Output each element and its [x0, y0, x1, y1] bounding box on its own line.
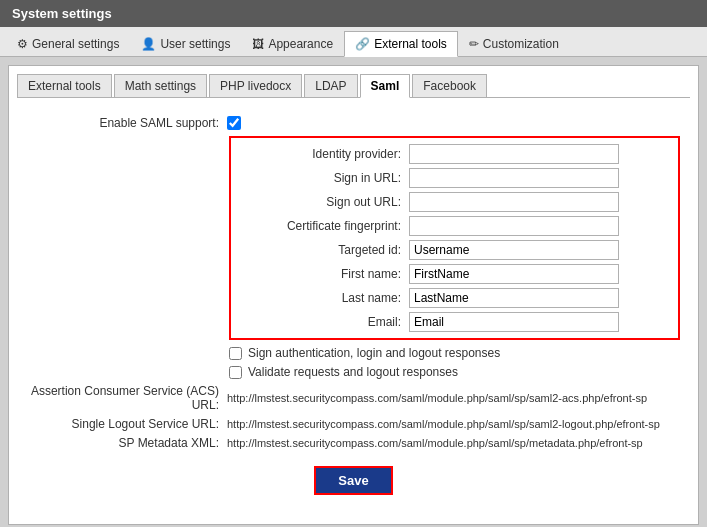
sign-out-url-row: Sign out URL:	[239, 192, 670, 212]
content-area: External tools Math settings PHP livedoc…	[8, 65, 699, 525]
metadata-value: http://lmstest.securitycompass.com/saml/…	[227, 437, 643, 449]
tab-customization[interactable]: ✏ Customization	[458, 31, 570, 56]
cert-fingerprint-label: Certificate fingerprint:	[239, 219, 409, 233]
enable-saml-row: Enable SAML support:	[27, 116, 680, 130]
acs-url-label: Assertion Consumer Service (ACS) URL:	[27, 384, 227, 412]
sign-auth-checkbox-row: Sign authentication, login and logout re…	[229, 346, 680, 360]
enable-saml-label: Enable SAML support:	[27, 116, 227, 130]
email-label: Email:	[239, 315, 409, 329]
last-name-input[interactable]	[409, 288, 619, 308]
sign-auth-checkbox[interactable]	[229, 347, 242, 360]
email-input[interactable]	[409, 312, 619, 332]
targeted-id-row: Targeted id:	[239, 240, 670, 260]
sub-tab-facebook[interactable]: Facebook	[412, 74, 487, 97]
form-area: Enable SAML support: Identity provider: …	[17, 112, 690, 499]
external-tools-icon: 🔗	[355, 37, 370, 51]
slo-url-value: http://lmstest.securitycompass.com/saml/…	[227, 418, 660, 430]
email-row: Email:	[239, 312, 670, 332]
sub-tab-external-tools[interactable]: External tools	[17, 74, 112, 97]
sign-auth-label: Sign authentication, login and logout re…	[248, 346, 500, 360]
tab-user[interactable]: 👤 User settings	[130, 31, 241, 56]
title-bar: System settings	[0, 0, 707, 27]
main-tab-bar: ⚙ General settings 👤 User settings 🖼 App…	[0, 27, 707, 57]
identity-provider-input[interactable]	[409, 144, 619, 164]
slo-url-label: Single Logout Service URL:	[27, 417, 227, 431]
targeted-id-input[interactable]	[409, 240, 619, 260]
metadata-url-row: SP Metadata XML: http://lmstest.security…	[27, 436, 680, 450]
sub-tab-ldap[interactable]: LDAP	[304, 74, 357, 97]
cert-fingerprint-input[interactable]	[409, 216, 619, 236]
tab-general[interactable]: ⚙ General settings	[6, 31, 130, 56]
sign-out-url-label: Sign out URL:	[239, 195, 409, 209]
validate-label: Validate requests and logout responses	[248, 365, 458, 379]
save-button[interactable]: Save	[314, 466, 392, 495]
first-name-label: First name:	[239, 267, 409, 281]
cert-fingerprint-row: Certificate fingerprint:	[239, 216, 670, 236]
tab-external-tools[interactable]: 🔗 External tools	[344, 31, 458, 57]
sub-tab-bar: External tools Math settings PHP livedoc…	[17, 74, 690, 98]
enable-saml-checkbox[interactable]	[227, 116, 241, 130]
sign-in-url-input[interactable]	[409, 168, 619, 188]
first-name-row: First name:	[239, 264, 670, 284]
last-name-row: Last name:	[239, 288, 670, 308]
last-name-label: Last name:	[239, 291, 409, 305]
sign-out-url-input[interactable]	[409, 192, 619, 212]
title-text: System settings	[12, 6, 112, 21]
identity-provider-row: Identity provider:	[239, 144, 670, 164]
tab-appearance[interactable]: 🖼 Appearance	[241, 31, 344, 56]
sign-in-url-row: Sign in URL:	[239, 168, 670, 188]
sign-in-url-label: Sign in URL:	[239, 171, 409, 185]
saml-fields-group: Identity provider: Sign in URL: Sign out…	[229, 136, 680, 340]
validate-checkbox[interactable]	[229, 366, 242, 379]
targeted-id-label: Targeted id:	[239, 243, 409, 257]
sub-tab-saml[interactable]: Saml	[360, 74, 411, 98]
acs-url-value: http://lmstest.securitycompass.com/saml/…	[227, 392, 647, 404]
user-icon: 👤	[141, 37, 156, 51]
sub-tab-math[interactable]: Math settings	[114, 74, 207, 97]
validate-checkbox-row: Validate requests and logout responses	[229, 365, 680, 379]
sub-tab-php[interactable]: PHP livedocx	[209, 74, 302, 97]
appearance-icon: 🖼	[252, 37, 264, 51]
general-icon: ⚙	[17, 37, 28, 51]
slo-url-row: Single Logout Service URL: http://lmstes…	[27, 417, 680, 431]
metadata-label: SP Metadata XML:	[27, 436, 227, 450]
save-button-row: Save	[27, 466, 680, 495]
acs-url-row: Assertion Consumer Service (ACS) URL: ht…	[27, 384, 680, 412]
identity-provider-label: Identity provider:	[239, 147, 409, 161]
first-name-input[interactable]	[409, 264, 619, 284]
customization-icon: ✏	[469, 37, 479, 51]
